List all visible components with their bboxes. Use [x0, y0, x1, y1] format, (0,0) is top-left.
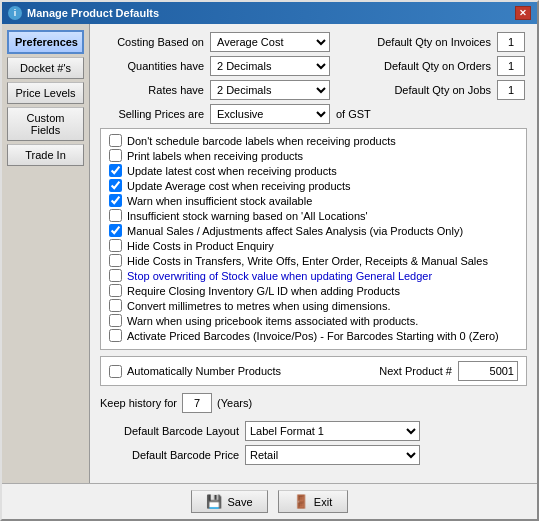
checkbox-row-3: Update latest cost when receiving produc…: [109, 164, 518, 177]
sidebar-item-trade-in[interactable]: Trade In: [7, 144, 84, 166]
auto-number-checkbox[interactable]: [109, 365, 122, 378]
rates-label: Rates have: [100, 84, 210, 96]
cb4-checkbox[interactable]: [109, 179, 122, 192]
checkbox-row-4: Update Average cost when receiving produ…: [109, 179, 518, 192]
qty-invoices-label: Default Qty on Invoices: [342, 36, 497, 48]
history-unit-label: (Years): [217, 397, 252, 409]
quantities-row: Quantities have 2 Decimals 0 Decimals 3 …: [100, 56, 527, 76]
window-icon: i: [8, 6, 22, 20]
exit-icon: 🚪: [293, 494, 309, 509]
title-bar-left: i Manage Product Defaults: [8, 6, 159, 20]
exit-label: Exit: [314, 496, 332, 508]
barcode-price-row: Default Barcode Price Retail Wholesale C…: [100, 445, 527, 465]
barcode-price-label: Default Barcode Price: [100, 449, 245, 461]
cb9-label: Hide Costs in Transfers, Write Offs, Ent…: [127, 255, 488, 267]
footer: 💾 Save 🚪 Exit: [2, 483, 537, 519]
save-icon: 💾: [206, 494, 222, 509]
rates-row: Rates have 2 Decimals 0 Decimals 3 Decim…: [100, 80, 527, 100]
cb3-checkbox[interactable]: [109, 164, 122, 177]
cb11-checkbox[interactable]: [109, 284, 122, 297]
window-title: Manage Product Defaults: [27, 7, 159, 19]
cb7-checkbox[interactable]: [109, 224, 122, 237]
cb5-checkbox[interactable]: [109, 194, 122, 207]
cb2-label: Print labels when receiving products: [127, 150, 303, 162]
checkbox-row-10: Stop overwriting of Stock value when upd…: [109, 269, 518, 282]
close-button[interactable]: ✕: [515, 6, 531, 20]
auto-number-row: Automatically Number Products Next Produ…: [100, 356, 527, 386]
cb4-label: Update Average cost when receiving produ…: [127, 180, 351, 192]
history-row: Keep history for (Years): [100, 391, 527, 415]
selling-label: Selling Prices are: [100, 108, 210, 120]
selling-row: Selling Prices are Exclusive Inclusive o…: [100, 104, 527, 124]
cb12-checkbox[interactable]: [109, 299, 122, 312]
cb13-checkbox[interactable]: [109, 314, 122, 327]
cb8-checkbox[interactable]: [109, 239, 122, 252]
barcode-layout-row: Default Barcode Layout Label Format 1 La…: [100, 421, 527, 441]
sidebar-item-docket[interactable]: Docket #'s: [7, 57, 84, 79]
cb10-label: Stop overwriting of Stock value when upd…: [127, 270, 432, 282]
checkbox-row-7: Manual Sales / Adjustments affect Sales …: [109, 224, 518, 237]
checkbox-row-14: Activate Priced Barcodes (Invoice/Pos) -…: [109, 329, 518, 342]
next-product-input[interactable]: [458, 361, 518, 381]
checkbox-row-6: Insufficient stock warning based on 'All…: [109, 209, 518, 222]
cb6-checkbox[interactable]: [109, 209, 122, 222]
costing-row: Costing Based on Average Cost Last Cost …: [100, 32, 527, 52]
cb1-label: Don't schedule barcode labels when recei…: [127, 135, 396, 147]
cb6-label: Insufficient stock warning based on 'All…: [127, 210, 368, 222]
barcode-layout-select[interactable]: Label Format 1 Label Format 2 None: [245, 421, 420, 441]
qty-jobs-label: Default Qty on Jobs: [342, 84, 497, 96]
cb5-label: Warn when insufficient stock available: [127, 195, 312, 207]
qty-jobs-input[interactable]: [497, 80, 525, 100]
next-product-label: Next Product #: [379, 365, 452, 377]
qty-orders-label: Default Qty on Orders: [342, 60, 497, 72]
cb10-checkbox[interactable]: [109, 269, 122, 282]
exit-button[interactable]: 🚪 Exit: [278, 490, 348, 513]
title-bar: i Manage Product Defaults ✕: [2, 2, 537, 24]
qty-orders-input[interactable]: [497, 56, 525, 76]
checkbox-row-5: Warn when insufficient stock available: [109, 194, 518, 207]
cb3-label: Update latest cost when receiving produc…: [127, 165, 337, 177]
rates-select[interactable]: 2 Decimals 0 Decimals 3 Decimals: [210, 80, 330, 100]
cb2-checkbox[interactable]: [109, 149, 122, 162]
cb8-label: Hide Costs in Product Enquiry: [127, 240, 274, 252]
auto-number-label: Automatically Number Products: [127, 365, 281, 377]
selling-select[interactable]: Exclusive Inclusive: [210, 104, 330, 124]
qty-invoices-input[interactable]: [497, 32, 525, 52]
sidebar-item-custom-fields[interactable]: Custom Fields: [7, 107, 84, 141]
cb14-checkbox[interactable]: [109, 329, 122, 342]
quantities-label: Quantities have: [100, 60, 210, 72]
costing-label: Costing Based on: [100, 36, 210, 48]
checkbox-row-11: Require Closing Inventory G/L ID when ad…: [109, 284, 518, 297]
sidebar-item-price-levels[interactable]: Price Levels: [7, 82, 84, 104]
barcode-price-select[interactable]: Retail Wholesale Cost: [245, 445, 420, 465]
cb9-checkbox[interactable]: [109, 254, 122, 267]
costing-select[interactable]: Average Cost Last Cost Standard Cost: [210, 32, 330, 52]
save-label: Save: [227, 496, 252, 508]
quantities-select[interactable]: 2 Decimals 0 Decimals 3 Decimals: [210, 56, 330, 76]
window-body: Preferences Docket #'s Price Levels Cust…: [2, 24, 537, 483]
checkboxes-section: Don't schedule barcode labels when recei…: [100, 128, 527, 350]
gst-label: of GST: [336, 108, 371, 120]
sidebar: Preferences Docket #'s Price Levels Cust…: [2, 24, 90, 483]
checkbox-row-13: Warn when using pricebook items associat…: [109, 314, 518, 327]
barcode-layout-label: Default Barcode Layout: [100, 425, 245, 437]
cb11-label: Require Closing Inventory G/L ID when ad…: [127, 285, 400, 297]
cb13-label: Warn when using pricebook items associat…: [127, 315, 418, 327]
main-content: Costing Based on Average Cost Last Cost …: [90, 24, 537, 483]
checkbox-row-1: Don't schedule barcode labels when recei…: [109, 134, 518, 147]
save-button[interactable]: 💾 Save: [191, 490, 267, 513]
checkbox-row-12: Convert millimetres to metres when using…: [109, 299, 518, 312]
history-input[interactable]: [182, 393, 212, 413]
cb14-label: Activate Priced Barcodes (Invoice/Pos) -…: [127, 330, 499, 342]
cb12-label: Convert millimetres to metres when using…: [127, 300, 391, 312]
checkbox-row-8: Hide Costs in Product Enquiry: [109, 239, 518, 252]
cb1-checkbox[interactable]: [109, 134, 122, 147]
history-label: Keep history for: [100, 397, 177, 409]
sidebar-item-preferences[interactable]: Preferences: [7, 30, 84, 54]
checkbox-row-9: Hide Costs in Transfers, Write Offs, Ent…: [109, 254, 518, 267]
checkbox-row-2: Print labels when receiving products: [109, 149, 518, 162]
cb7-label: Manual Sales / Adjustments affect Sales …: [127, 225, 463, 237]
manage-product-defaults-window: i Manage Product Defaults ✕ Preferences …: [0, 0, 539, 521]
